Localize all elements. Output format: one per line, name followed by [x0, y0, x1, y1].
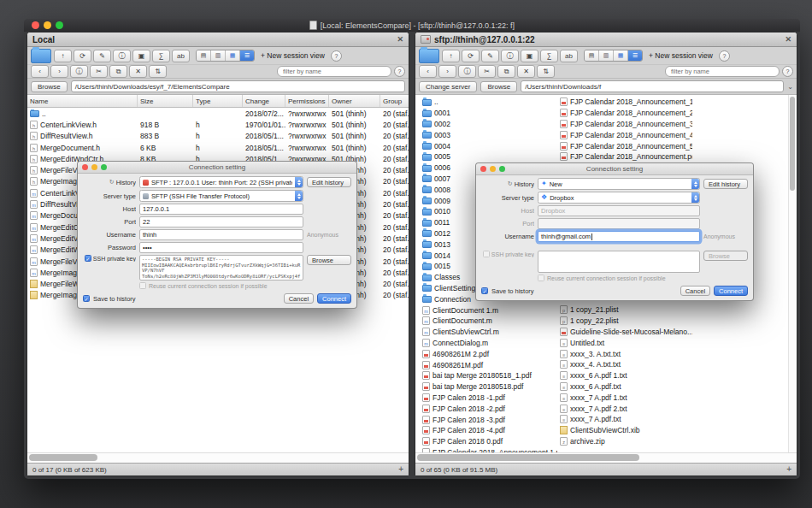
rename-icon[interactable]: ab — [560, 50, 578, 62]
close-dialog-button[interactable] — [480, 166, 486, 172]
close-dialog-button[interactable] — [82, 164, 88, 170]
calculate-size-icon[interactable]: ∑ — [540, 50, 558, 62]
list-item[interactable]: bai tap Merge 20180518_1.pdf — [422, 370, 557, 381]
list-item[interactable]: FJP Calen 2018 -4.pdf — [422, 425, 557, 436]
list-item[interactable]: 46908261M.pdf — [422, 359, 557, 370]
list-item[interactable]: 1 copy_22.plist — [560, 316, 692, 327]
reuse-session-checkbox[interactable] — [139, 282, 146, 289]
list-item[interactable]: Guideline-Slide-set-Mucosal-Melano... — [560, 327, 692, 338]
zoom-dialog-button[interactable] — [499, 166, 505, 172]
view-columns-icon[interactable]: ▦ — [226, 50, 240, 61]
list-item[interactable]: FJP Calen 2018 -1.pdf — [422, 393, 557, 404]
rename-icon[interactable]: ab — [172, 50, 190, 62]
ssh-key-textarea[interactable]: -----BEGIN RSA PRIVATE KEY----- MIIEowIB… — [139, 255, 303, 281]
list-item[interactable]: ClientDocument.m — [422, 316, 557, 327]
view-list-icon[interactable]: ▥ — [599, 50, 614, 61]
list-item[interactable]: 0005 — [422, 151, 557, 162]
table-row[interactable]: CenterLinkView.h918 Bh1970/01/01...?rwxr… — [27, 119, 409, 130]
left-horizontal-scrollbar[interactable] — [27, 452, 409, 463]
list-item[interactable]: FJP Calen 2018 0.pdf — [422, 436, 557, 447]
forward-icon[interactable]: › — [438, 65, 456, 78]
info-icon[interactable]: ⓘ — [113, 50, 131, 62]
browse-button[interactable]: Browse — [480, 81, 517, 92]
browse-key-button[interactable]: Browse — [307, 255, 351, 265]
change-server-button[interactable]: Change server — [419, 81, 477, 92]
volume-folder-icon[interactable] — [31, 49, 51, 63]
list-item[interactable]: xxxx_3. A.txt.txt — [560, 348, 692, 359]
table-row[interactable]: MergeDocument.h6 KBh2018/05/1...?rwxrwxr… — [27, 142, 409, 153]
list-item[interactable]: 0003 — [422, 129, 557, 140]
preview-icon[interactable]: ▣ — [132, 50, 150, 62]
edit-history-button[interactable]: Edit history — [703, 179, 748, 189]
username-input[interactable]: thinh@gmail.com — [538, 231, 700, 242]
list-item[interactable]: 46908261M 2.pdf — [422, 348, 557, 359]
username-input[interactable]: thinh — [139, 229, 303, 240]
column-header-owner[interactable]: Owner — [329, 95, 380, 107]
filter-input[interactable] — [277, 66, 391, 77]
list-item[interactable]: .. — [422, 97, 557, 108]
list-item[interactable]: 0002 — [422, 119, 557, 130]
cut-icon[interactable]: ✂ — [478, 65, 496, 78]
save-history-checkbox[interactable] — [481, 287, 488, 294]
edit-history-button[interactable]: Edit history — [307, 177, 351, 187]
list-item[interactable]: bai tap Merge 20180518.pdf — [422, 381, 557, 393]
list-item[interactable]: 0001 — [422, 108, 557, 119]
scrollbar-thumb[interactable] — [417, 454, 639, 461]
cancel-button[interactable]: Cancel — [284, 293, 314, 304]
help-icon[interactable]: ? — [782, 66, 793, 77]
host-input[interactable]: 127.0.0.1 — [139, 204, 303, 215]
add-tab-icon[interactable]: + — [398, 465, 403, 474]
close-pane-icon[interactable]: ✕ — [397, 36, 403, 44]
up-arrow-icon[interactable]: ↑ — [442, 50, 460, 62]
sync-icon[interactable]: ⇅ — [537, 65, 555, 78]
table-row[interactable]: DiffResultView.h883 Bh2018/05/1...?rwxrw… — [27, 131, 409, 142]
column-header-type[interactable]: Type — [193, 95, 243, 107]
list-item[interactable]: FJP Calendar 2018_Announcement_2... — [560, 108, 692, 119]
save-history-checkbox[interactable] — [83, 295, 90, 302]
edit-icon[interactable]: ✎ — [93, 50, 111, 62]
column-header-size[interactable]: Size — [138, 95, 193, 107]
table-row[interactable]: ..2018/07/2...?rwxrwxrwx501 (thinh)20 (s… — [27, 108, 409, 119]
minimize-window-button[interactable] — [44, 21, 51, 29]
browse-button[interactable]: Browse — [31, 81, 68, 92]
help-icon[interactable]: ? — [331, 50, 342, 62]
ssh-key-checkbox[interactable] — [483, 251, 490, 257]
port-input[interactable]: 22 — [139, 216, 303, 227]
column-header-change[interactable]: Change — [243, 95, 285, 107]
list-item[interactable]: Untitled.txt — [560, 337, 692, 348]
new-session-view-button[interactable]: + New session view — [257, 51, 328, 60]
get-info-icon[interactable]: ⓘ — [458, 65, 476, 78]
add-tab-icon[interactable]: + — [786, 465, 791, 474]
connect-button[interactable]: Connect — [714, 286, 748, 296]
copy-icon[interactable]: ⧉ — [109, 65, 127, 78]
list-item[interactable]: FJP Calen 2018 -2.pdf — [422, 403, 557, 414]
list-item[interactable]: FJP Calendar 2018_Announcement_3... — [560, 119, 692, 130]
list-item[interactable]: FJP Calendar 2018_Announcement_5... — [560, 140, 692, 151]
list-item[interactable]: ClientSubViewCtrl.xib — [560, 425, 692, 436]
column-header-name[interactable]: Name — [27, 95, 138, 107]
forward-icon[interactable]: › — [50, 65, 68, 78]
zoom-dialog-button[interactable] — [101, 164, 107, 170]
view-columns-icon[interactable]: ▦ — [614, 50, 628, 61]
refresh-icon[interactable]: ⟳ — [74, 50, 91, 62]
path-input[interactable]: /Users/thinh/Downloads/f — [521, 80, 784, 92]
list-item[interactable]: 0004 — [422, 140, 557, 151]
cancel-button[interactable]: Cancel — [680, 286, 710, 296]
close-window-button[interactable] — [32, 21, 39, 29]
filter-input[interactable] — [665, 66, 780, 77]
list-item[interactable]: xxxx_7 A.pdf 2.txt — [560, 403, 692, 414]
edit-icon[interactable]: ✎ — [481, 50, 499, 62]
refresh-icon[interactable]: ⟳ — [462, 50, 480, 62]
path-input[interactable]: /Users/thinh/Downloads/esy/f_7/ElementsC… — [71, 80, 405, 92]
close-pane-icon[interactable]: ✕ — [785, 36, 791, 44]
view-table-icon[interactable]: ☰ — [240, 50, 254, 61]
list-item[interactable]: archive.zip — [560, 436, 692, 447]
minimize-dialog-button[interactable] — [91, 164, 97, 170]
list-item[interactable]: ClientDocument 1.m — [422, 304, 557, 316]
new-session-view-button[interactable]: + New session view — [645, 51, 716, 60]
zoom-window-button[interactable] — [56, 21, 63, 29]
dialog-titlebar[interactable]: Connection setting — [78, 162, 356, 174]
history-dropdown[interactable]: ✦ New — [538, 178, 700, 190]
back-icon[interactable]: ‹ — [31, 65, 49, 78]
preview-icon[interactable]: ▣ — [521, 50, 538, 62]
